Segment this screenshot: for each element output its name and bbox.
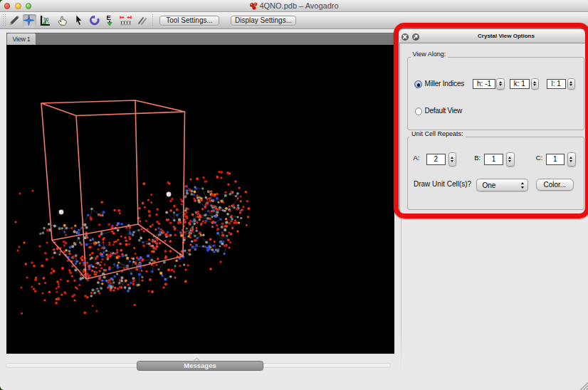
svg-text:E: E <box>107 14 111 21</box>
